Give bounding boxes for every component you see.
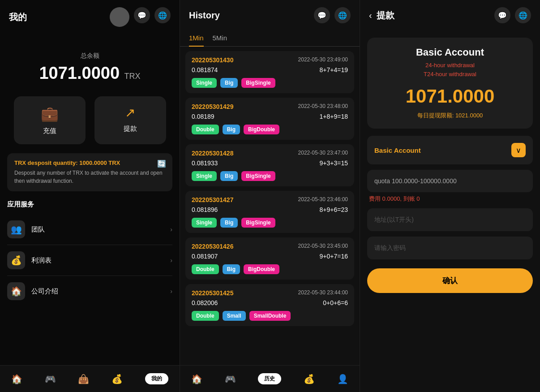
quota-field[interactable]: quota 100.0000-100000.0000 xyxy=(367,170,533,192)
withdraw-header-icons: 💬 🌐 xyxy=(494,7,531,23)
history-globe-icon[interactable]: 🌐 xyxy=(334,7,351,23)
record-value-2: 0.081933 xyxy=(192,159,218,167)
withdraw-icon: ↗ xyxy=(125,105,135,120)
tag-bigsingle: BigSingle xyxy=(241,78,275,88)
deposit-notice-text: Desposit any number of TRX to activate t… xyxy=(14,169,165,185)
team-label: 团队 xyxy=(31,225,170,234)
daily-limit-label: 每日提现限额: xyxy=(417,112,454,119)
deposit-notice-value: 1000.0000 TRX xyxy=(79,159,120,166)
record-time-0: 2022-05-30 23:49:00 xyxy=(298,56,348,64)
globe-icon[interactable]: 🌐 xyxy=(154,7,171,23)
service-company[interactable]: 🏠 公司介绍 › xyxy=(7,276,172,306)
history-record-1: 202205301429 2022-05-30 23:48:00 0.08189… xyxy=(185,98,354,140)
history-nav-history[interactable]: 历史 xyxy=(258,373,281,384)
nav-mine[interactable]: 我的 xyxy=(145,373,168,384)
service-profit[interactable]: 💰 利润表 › xyxy=(7,245,172,276)
account-title: Basic Account xyxy=(376,47,524,58)
history-nav-money[interactable]: 💰 xyxy=(304,374,315,384)
refresh-icon[interactable]: 🔄 xyxy=(157,159,166,168)
game-icon: 🎮 xyxy=(45,374,56,384)
quota-text: quota 100.0000-100000.0000 xyxy=(374,177,457,185)
password-field[interactable]: 请输入密码 xyxy=(367,237,533,259)
history-nav-game[interactable]: 🎮 xyxy=(225,374,236,384)
account-card: Basic Account 24-hour withdrawal T24-hou… xyxy=(367,38,533,129)
record-result-3: 8+9+6=23 xyxy=(320,206,348,213)
balance-section: 总余额 1071.0000 TRX xyxy=(0,34,180,96)
mine-header: 我的 💬 🌐 xyxy=(0,0,180,34)
account-subtitle-line2: T24-hour withdrawal xyxy=(376,70,524,79)
history-active-label: 历史 xyxy=(258,373,281,384)
address-field[interactable]: 地址(以T开头) xyxy=(367,208,533,231)
home-icon: 🏠 xyxy=(11,374,22,384)
profit-arrow-icon: › xyxy=(170,257,172,264)
account-type-label: Basic Account xyxy=(374,146,421,154)
deposit-notice: TRX desposit quantity: 1000.0000 TRX Des… xyxy=(7,153,172,191)
tag-bigsingle: BigSingle xyxy=(241,218,275,228)
account-type-select[interactable]: Basic Account ∨ xyxy=(367,136,533,164)
nav-game[interactable]: 🎮 xyxy=(45,374,56,384)
deposit-notice-prefix: TRX desposit quantity: xyxy=(14,159,78,166)
tab-1min[interactable]: 1Min xyxy=(189,34,204,46)
team-arrow-icon: › xyxy=(170,226,172,233)
mine-active-label: 我的 xyxy=(145,373,168,384)
record-id-4: 202205301426 xyxy=(192,243,233,250)
nav-wallet[interactable]: 👜 xyxy=(78,374,89,384)
history-record-5: 202205301425 2022-05-30 23:44:00 0.08200… xyxy=(185,284,354,326)
daily-limit-value: 1021.0000 xyxy=(455,112,483,119)
record-value-5: 0.082006 xyxy=(192,299,218,306)
message-icon[interactable]: 💬 xyxy=(134,7,150,23)
tag-big: Big xyxy=(220,78,238,88)
record-tags-4: Double Big BigDouble xyxy=(192,264,348,274)
tag-small: Small xyxy=(223,311,246,321)
withdraw-button[interactable]: ↗ 提款 xyxy=(94,96,166,144)
nav-money[interactable]: 💰 xyxy=(111,374,123,384)
back-button[interactable]: ‹ xyxy=(369,10,372,21)
service-team[interactable]: 👥 团队 › xyxy=(7,214,172,245)
tag-single: Single xyxy=(192,171,217,181)
withdraw-message-icon[interactable]: 💬 xyxy=(494,7,510,23)
tag-single: Single xyxy=(192,78,217,88)
team-icon: 👥 xyxy=(7,220,25,238)
withdraw-header: ‹ 提款 💬 🌐 xyxy=(360,0,540,30)
home-icon: 🏠 xyxy=(191,374,202,384)
confirm-button[interactable]: 确认 xyxy=(367,268,533,293)
account-subtitle-line1: 24-hour withdrawal xyxy=(376,61,524,70)
nav-home[interactable]: 🏠 xyxy=(11,374,22,384)
record-tags-1: Double Big BigDouble xyxy=(192,125,348,134)
company-icon: 🏠 xyxy=(7,282,25,300)
record-result-0: 8+7+4=19 xyxy=(320,66,348,73)
record-result-2: 9+3+3=15 xyxy=(320,159,348,167)
balance-unit: TRX xyxy=(124,72,141,81)
tag-double: Double xyxy=(192,311,219,321)
panel-withdraw: ‹ 提款 💬 🌐 Basic Account 24-hour withdrawa… xyxy=(360,0,540,392)
daily-limit: 每日提现限额: 1021.0000 xyxy=(376,112,524,120)
tag-big: Big xyxy=(223,264,240,274)
tag-big: Big xyxy=(220,218,238,228)
tab-5min[interactable]: 5Min xyxy=(213,34,227,46)
mine-header-icons: 💬 🌐 xyxy=(110,7,171,27)
services-section: 应用服务 👥 团队 › 💰 利润表 › 🏠 公司介绍 › xyxy=(0,191,180,306)
history-bottom-nav: 🏠 🎮 历史 💰 👤 xyxy=(180,365,360,392)
history-nav-home[interactable]: 🏠 xyxy=(191,374,202,384)
user-icon: 👤 xyxy=(337,374,348,384)
history-message-icon[interactable]: 💬 xyxy=(314,7,330,23)
password-placeholder: 请输入密码 xyxy=(374,244,406,251)
tag-big: Big xyxy=(220,171,238,181)
withdraw-globe-icon[interactable]: 🌐 xyxy=(515,7,531,23)
record-value-4: 0.081907 xyxy=(192,253,218,260)
history-nav-user[interactable]: 👤 xyxy=(337,374,348,384)
tag-big: Big xyxy=(223,125,240,134)
record-time-4: 2022-05-30 23:45:00 xyxy=(298,243,348,250)
charge-icon: 💼 xyxy=(41,105,59,122)
record-id-5: 202205301425 xyxy=(192,289,233,297)
game-icon: 🎮 xyxy=(225,374,236,384)
account-subtitle: 24-hour withdrawal T24-hour withdrawal xyxy=(376,61,524,78)
history-header-icons: 💬 🌐 xyxy=(314,7,351,23)
avatar xyxy=(110,7,129,27)
tag-bigsingle: BigSingle xyxy=(241,171,275,181)
record-id-0: 202205301430 xyxy=(192,56,233,64)
charge-button[interactable]: 💼 充值 xyxy=(14,96,86,144)
mine-title: 我的 xyxy=(9,11,27,23)
company-arrow-icon: › xyxy=(170,288,172,295)
record-value-1: 0.08189 xyxy=(192,113,214,120)
